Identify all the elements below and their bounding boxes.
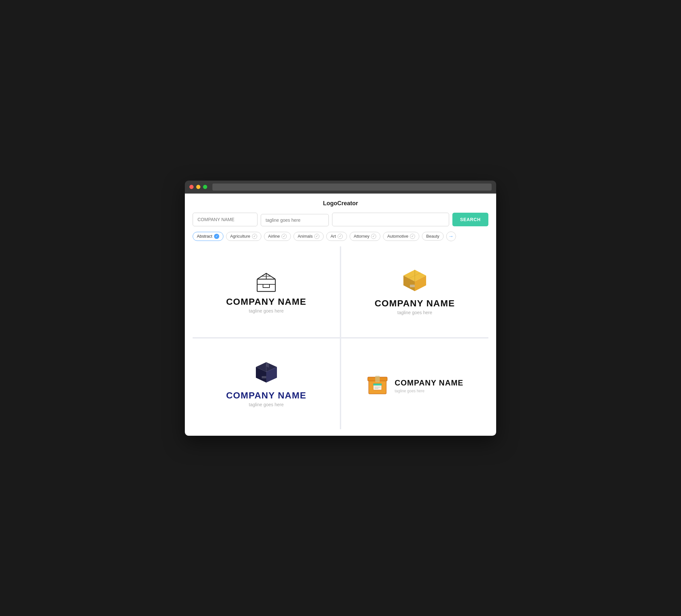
fullscreen-button[interactable] bbox=[203, 185, 207, 189]
filter-attorney[interactable]: Attorney ✓ bbox=[350, 232, 380, 241]
box-gold-icon bbox=[400, 268, 429, 294]
filter-animals-label: Animals bbox=[298, 234, 312, 239]
svg-rect-23 bbox=[373, 384, 382, 385]
svg-rect-15 bbox=[262, 376, 266, 378]
svg-rect-8 bbox=[410, 285, 415, 287]
filter-animals[interactable]: Animals ✓ bbox=[294, 232, 324, 241]
filter-agriculture-check: ✓ bbox=[252, 234, 257, 239]
company-name-input[interactable] bbox=[193, 213, 257, 226]
close-button[interactable] bbox=[190, 185, 194, 189]
logo-item-4[interactable]: COMPANY NAME tagline goes here bbox=[341, 338, 488, 429]
search-button[interactable]: SEARCH bbox=[452, 213, 488, 226]
logo4-text-block: COMPANY NAME tagline goes here bbox=[395, 375, 463, 393]
filter-animals-check: ✓ bbox=[314, 234, 320, 239]
box-outline-icon bbox=[253, 270, 279, 293]
logo-item-2[interactable]: COMPANY NAME tagline goes here bbox=[341, 247, 488, 337]
app-body: LogoCreator SEARCH Abstract ✓ Agricultur… bbox=[185, 194, 496, 436]
filter-row: Abstract ✓ Agriculture ✓ Airline ✓ Anima… bbox=[193, 231, 488, 241]
filter-automotive-check: ✓ bbox=[410, 234, 415, 239]
logo2-tagline: tagline goes here bbox=[397, 310, 432, 315]
logo1-company: COMPANY NAME bbox=[226, 297, 306, 307]
titlebar bbox=[185, 181, 496, 194]
filter-attorney-label: Attorney bbox=[354, 234, 369, 239]
logo2-company: COMPANY NAME bbox=[375, 298, 455, 309]
minimize-button[interactable] bbox=[196, 185, 200, 189]
filter-abstract-check: ✓ bbox=[214, 234, 219, 239]
app-title: LogoCreator bbox=[193, 200, 488, 207]
filter-next-button[interactable]: → bbox=[446, 231, 456, 241]
filter-abstract-label: Abstract bbox=[197, 234, 212, 239]
filter-beauty[interactable]: Beauty bbox=[422, 232, 443, 240]
filter-abstract[interactable]: Abstract ✓ bbox=[193, 232, 223, 241]
filter-airline-check: ✓ bbox=[281, 234, 287, 239]
box-dark-icon bbox=[253, 361, 280, 386]
svg-rect-2 bbox=[263, 284, 270, 288]
filter-automotive-label: Automotive bbox=[387, 234, 408, 239]
filter-attorney-check: ✓ bbox=[371, 234, 376, 239]
filter-airline-label: Airline bbox=[268, 234, 280, 239]
logo4-tagline: tagline goes here bbox=[395, 389, 463, 393]
logo3-tagline: tagline goes here bbox=[249, 402, 283, 407]
filter-agriculture-label: Agriculture bbox=[230, 234, 250, 239]
svg-rect-21 bbox=[375, 376, 380, 382]
filter-agriculture[interactable]: Agriculture ✓ bbox=[226, 232, 261, 241]
filter-automotive[interactable]: Automotive ✓ bbox=[383, 232, 419, 241]
filter-art[interactable]: Art ✓ bbox=[326, 232, 347, 241]
box-orange-icon bbox=[366, 373, 389, 395]
search-row: SEARCH bbox=[193, 213, 488, 226]
filter-beauty-label: Beauty bbox=[426, 234, 439, 239]
logo3-company: COMPANY NAME bbox=[226, 390, 306, 401]
filter-art-label: Art bbox=[330, 234, 336, 239]
app-window: LogoCreator SEARCH Abstract ✓ Agricultur… bbox=[185, 181, 496, 436]
tagline-input[interactable] bbox=[261, 214, 329, 226]
logo-item-1[interactable]: COMPANY NAME tagline goes here bbox=[193, 247, 340, 337]
filter-art-check: ✓ bbox=[337, 234, 343, 239]
logo1-tagline: tagline goes here bbox=[249, 308, 283, 313]
logo4-company: COMPANY NAME bbox=[395, 378, 463, 387]
logo-item-3[interactable]: COMPANY NAME tagline goes here bbox=[193, 338, 340, 429]
svg-rect-0 bbox=[257, 279, 275, 291]
address-bar bbox=[212, 183, 491, 190]
filter-airline[interactable]: Airline ✓ bbox=[264, 232, 291, 241]
extra-input[interactable] bbox=[332, 213, 449, 226]
logo-grid: COMPANY NAME tagline goes here bbox=[193, 247, 488, 429]
